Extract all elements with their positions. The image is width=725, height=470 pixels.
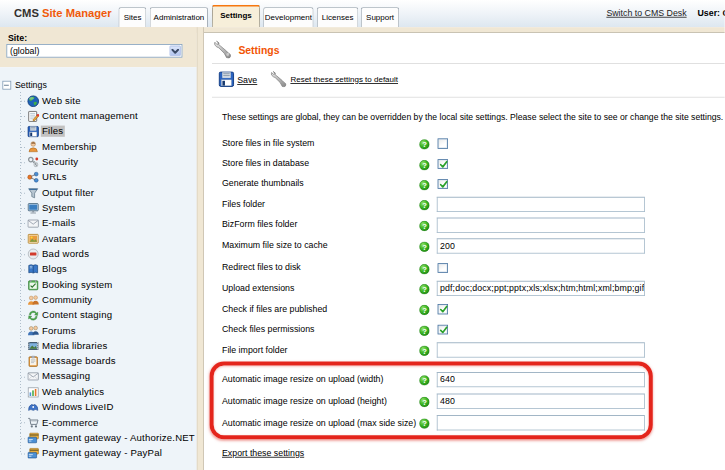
svg-text:?: ?: [422, 140, 427, 149]
svg-text:?: ?: [422, 265, 427, 274]
svg-text:?: ?: [422, 285, 427, 294]
svg-text:?: ?: [422, 201, 427, 210]
svg-text:?: ?: [422, 181, 427, 190]
svg-text:?: ?: [422, 222, 427, 231]
svg-text:?: ?: [422, 326, 427, 335]
svg-text:?: ?: [422, 347, 427, 356]
svg-text:?: ?: [422, 161, 427, 170]
svg-text:?: ?: [422, 306, 427, 315]
svg-text:?: ?: [422, 242, 427, 251]
